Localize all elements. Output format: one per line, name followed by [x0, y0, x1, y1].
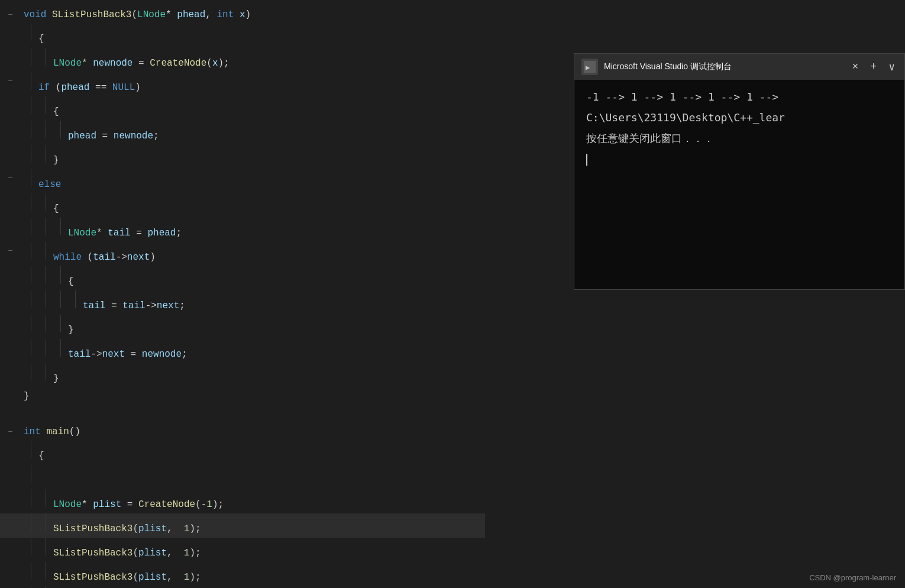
code-token: int: [24, 427, 41, 437]
indent-guide: [46, 121, 46, 138]
code-token: ): [135, 82, 141, 93]
indent-guide: [31, 72, 31, 90]
indent-guide: [46, 315, 46, 332]
terminal-path: C:\Users\23119\Desktop\C++_lear: [586, 111, 785, 124]
code-token: tail: [68, 349, 90, 360]
code-token: main: [46, 427, 69, 437]
fold-icon[interactable]: −: [8, 423, 12, 441]
terminal-icon: ▶: [581, 59, 598, 75]
code-token: (: [132, 524, 138, 534]
line-content: {: [21, 96, 485, 121]
code-token: tail: [83, 301, 105, 311]
code-token: next: [157, 301, 179, 311]
indent-guide: [31, 538, 31, 555]
indent-guide: [46, 562, 46, 580]
code-token: SListPushBack3: [52, 9, 131, 20]
indent-guide: [31, 242, 31, 260]
code-token: );: [189, 524, 201, 534]
terminal-controls: × + ∨: [850, 60, 897, 73]
code-line: −else: [0, 169, 485, 193]
line-content: while (tail->next): [21, 242, 485, 266]
code-token: ;: [176, 228, 182, 238]
code-token: ): [245, 9, 251, 20]
line-content: }: [21, 387, 485, 405]
code-token: [211, 9, 217, 20]
terminal-add-button[interactable]: +: [868, 61, 879, 73]
indent-guide: [46, 96, 46, 114]
code-token: int: [217, 9, 234, 20]
code-line: tail = tail->next;: [0, 290, 485, 315]
code-line: SListPushBack3(plist, 1);: [0, 538, 485, 562]
fold-icon[interactable]: −: [8, 72, 12, 90]
code-token: next: [102, 349, 125, 360]
indent-guide: [60, 218, 61, 235]
code-token: plist: [93, 499, 121, 510]
fold-icon[interactable]: −: [8, 6, 12, 24]
indent-guide: [60, 121, 61, 138]
code-line: {: [0, 441, 485, 465]
code-line: [0, 465, 485, 489]
code-token: [41, 427, 47, 437]
code-token: =: [132, 58, 150, 69]
fold-icon[interactable]: −: [8, 169, 12, 187]
code-line: }: [0, 315, 485, 339]
indent-guide: [46, 218, 46, 235]
code-token: LNode: [68, 228, 96, 238]
indent-guide: [46, 339, 46, 357]
code-line: {: [0, 24, 485, 48]
code-token: }: [68, 325, 74, 335]
indent-guide: [31, 193, 31, 211]
fold-icon[interactable]: −: [8, 242, 12, 260]
code-line: }: [0, 363, 485, 387]
indent-guide: [31, 169, 31, 187]
code-token: newnode: [142, 349, 182, 360]
terminal-titlebar: ▶ Microsoft Visual Studio 调试控制台 × + ∨: [574, 54, 904, 80]
code-line: LNode* newnode = CreateNode(x);: [0, 48, 485, 72]
code-token: ;: [153, 131, 159, 141]
code-token: x: [240, 9, 245, 20]
code-token: ;: [179, 301, 185, 311]
terminal-more-button[interactable]: ∨: [886, 60, 897, 73]
indent-guide: [31, 145, 31, 163]
code-line: {: [0, 96, 485, 121]
terminal-output-line-3: 按任意键关闭此窗口．．．: [586, 130, 893, 146]
line-content: LNode* tail = phead;: [21, 218, 485, 242]
code-token: =: [121, 499, 138, 510]
indent-guide: [60, 290, 61, 308]
terminal-window[interactable]: ▶ Microsoft Visual Studio 调试控制台 × + ∨ -1…: [574, 53, 905, 290]
line-content: }: [21, 363, 485, 387]
code-token: (: [131, 9, 137, 20]
indent-guide: [46, 513, 46, 531]
code-token: CreateNode: [138, 499, 195, 510]
code-token: =: [125, 349, 142, 360]
indent-guide: [31, 315, 31, 332]
code-token: (: [82, 252, 93, 263]
indent-guide: [31, 339, 31, 357]
indent-guide: [31, 121, 31, 138]
indent-guide: [60, 266, 61, 284]
code-token: {: [38, 34, 44, 44]
line-gutter: −: [0, 423, 21, 441]
line-content: phead = newnode;: [21, 121, 485, 145]
indent-guide: [31, 562, 31, 580]
indent-guide: [75, 290, 76, 308]
code-token: SListPushBack3: [53, 548, 132, 558]
code-token: {: [38, 451, 44, 461]
code-token: [173, 572, 184, 583]
code-token: newnode: [114, 131, 153, 141]
code-token: LNode: [137, 9, 166, 20]
indent-guide: [31, 489, 31, 507]
indent-guide: [46, 489, 46, 507]
code-token: LNode: [53, 499, 82, 510]
code-token: if: [38, 82, 50, 93]
line-content: {: [21, 24, 485, 48]
line-content: LNode* newnode = CreateNode(x);: [21, 48, 485, 72]
code-token: phead: [68, 131, 96, 141]
code-token: phead: [177, 9, 205, 20]
indent-guide: [46, 266, 46, 284]
terminal-close-button[interactable]: ×: [850, 61, 861, 73]
indent-guide: [46, 242, 46, 260]
line-content: {: [21, 266, 485, 290]
code-token: *: [96, 228, 102, 238]
indent-guide: [46, 48, 46, 66]
